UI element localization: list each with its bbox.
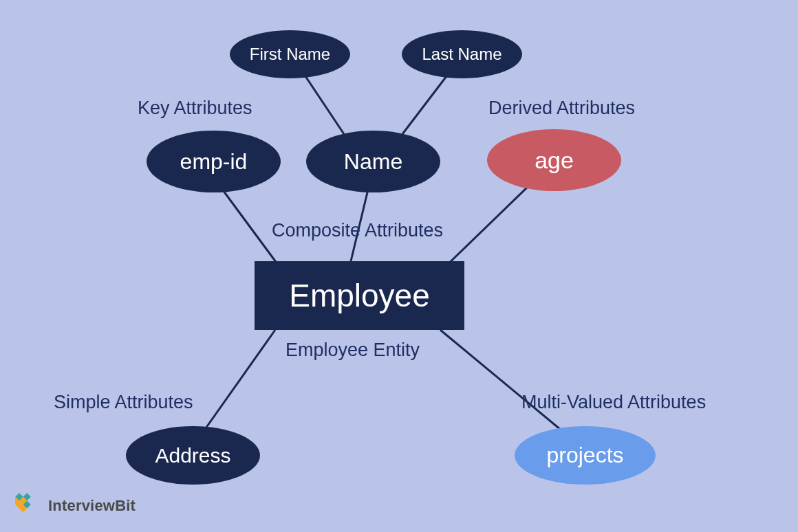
attribute-label: Address: [155, 444, 230, 467]
brand-name: InterviewBit: [48, 497, 136, 515]
attribute-label: projects: [546, 443, 623, 468]
attribute-name: Name: [306, 131, 440, 192]
attribute-label: Name: [344, 149, 402, 175]
attribute-label: age: [535, 147, 574, 174]
label-derived-attributes: Derived Attributes: [488, 98, 635, 119]
attribute-label: First Name: [250, 45, 330, 64]
attribute-label: Last Name: [422, 45, 502, 64]
attribute-address: Address: [126, 426, 260, 485]
attribute-age: age: [487, 129, 621, 191]
attribute-last-name: Last Name: [402, 30, 522, 78]
brand: InterviewBit: [15, 492, 136, 520]
label-composite-attributes: Composite Attributes: [272, 220, 443, 241]
attribute-first-name: First Name: [230, 30, 350, 78]
label-key-attributes: Key Attributes: [138, 98, 252, 119]
attribute-label: emp-id: [180, 149, 248, 175]
attribute-emp-id: emp-id: [147, 131, 281, 192]
attribute-projects: projects: [515, 426, 656, 485]
entity-label: Employee: [289, 277, 430, 314]
label-simple-attributes: Simple Attributes: [54, 392, 193, 413]
entity-employee: Employee: [255, 261, 464, 330]
label-employee-entity: Employee Entity: [285, 340, 420, 361]
label-multi-valued-attributes: Multi-Valued Attributes: [521, 392, 706, 413]
brand-logo-icon: [15, 492, 43, 520]
